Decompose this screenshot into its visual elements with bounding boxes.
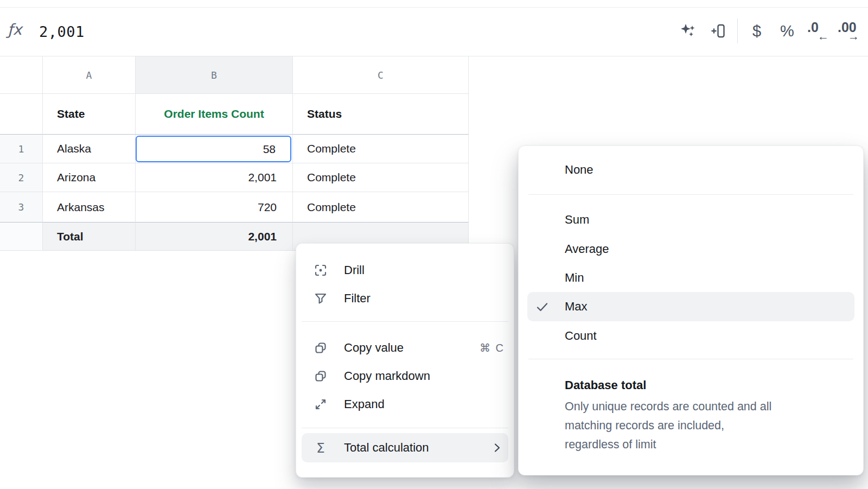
percent-format-button[interactable]: %: [776, 19, 799, 43]
expand-icon: [314, 397, 328, 411]
spreadsheet-app: ƒx 2,001 $ %: [0, 0, 868, 489]
menu-item-filter[interactable]: Filter: [296, 285, 514, 312]
cell-c2[interactable]: Complete: [293, 163, 469, 192]
total-value-cell[interactable]: 2,001: [136, 223, 293, 251]
copy-icon: [314, 341, 328, 355]
total-calculation-submenu: None Sum Average Min Max Count Database …: [518, 145, 864, 475]
column-header-b[interactable]: B: [136, 56, 293, 94]
column-header-c[interactable]: C: [293, 56, 469, 94]
field-header-status[interactable]: Status: [293, 94, 469, 135]
toolbar-divider: [737, 18, 738, 43]
menu-item-copy-value[interactable]: Copy value ⌘ C: [296, 334, 514, 361]
sigma-icon: Σ: [314, 441, 328, 455]
row-number[interactable]: 1: [0, 135, 43, 163]
menu-item-expand[interactable]: Expand: [296, 391, 514, 418]
format-toolbar: $ % .0 ← .00 →: [676, 18, 859, 44]
submenu-item-sum[interactable]: Sum: [519, 206, 863, 233]
filter-icon: [314, 291, 328, 306]
submenu-item-min[interactable]: Min: [519, 264, 863, 291]
cell-c3[interactable]: Complete: [293, 192, 469, 223]
drill-icon: [314, 263, 328, 277]
currency-format-button[interactable]: $: [745, 19, 768, 43]
total-row-corner: [0, 223, 43, 251]
database-total-description: matching records are included,: [565, 416, 831, 435]
selected-cell-b1[interactable]: 58: [136, 136, 291, 162]
cell-b2[interactable]: 2,001: [136, 163, 293, 192]
copy-value-shortcut: ⌘ C: [480, 341, 505, 354]
submenu-item-none[interactable]: None: [519, 156, 863, 183]
ai-sparkles-button[interactable]: [676, 19, 699, 43]
menu-divider: [302, 321, 508, 322]
chevron-right-icon: [491, 442, 503, 454]
menu-item-total-calculation[interactable]: Σ Total calculation: [296, 433, 514, 462]
corner-cell: [0, 56, 43, 94]
menu-item-drill[interactable]: Drill: [296, 257, 514, 284]
submenu-item-max[interactable]: Max: [519, 292, 863, 321]
add-column-icon: [709, 22, 727, 40]
field-header-state[interactable]: State: [43, 94, 136, 135]
formula-input[interactable]: 2,001: [39, 22, 85, 41]
add-column-button[interactable]: [707, 19, 730, 43]
cell-a1[interactable]: Alaska: [43, 135, 136, 163]
sparkles-icon: [678, 21, 698, 41]
column-header-a[interactable]: A: [43, 56, 136, 94]
dollar-icon: $: [752, 22, 761, 40]
cell-a2[interactable]: Arizona: [43, 163, 136, 192]
database-total-description: Only unique records are counted and all: [565, 397, 831, 416]
database-total-title: Database total: [565, 378, 646, 392]
field-header-order-items-count[interactable]: Order Items Count: [136, 94, 293, 135]
menu-divider: [302, 428, 508, 428]
top-divider: [0, 7, 868, 8]
check-icon: [535, 300, 550, 314]
total-label-cell[interactable]: Total: [43, 223, 136, 251]
increase-decimals-icon: .00 →: [837, 19, 859, 43]
submenu-divider: [528, 359, 853, 359]
increase-decimals-button[interactable]: .00 →: [837, 19, 859, 43]
submenu-item-count[interactable]: Count: [519, 322, 863, 350]
decrease-decimals-icon: .0 ←: [806, 19, 829, 43]
database-total-description: regardless of limit: [565, 435, 831, 454]
fx-icon: ƒx: [8, 21, 31, 41]
row-number[interactable]: 2: [0, 163, 43, 192]
copy-icon: [314, 369, 328, 383]
cell-a3[interactable]: Arkansas: [43, 192, 136, 223]
cell-context-menu: Drill Filter Copy value ⌘ C: [296, 243, 514, 478]
cell-c1[interactable]: Complete: [293, 135, 469, 163]
decrease-decimals-button[interactable]: .0 ←: [806, 19, 829, 43]
field-row-corner: [0, 94, 43, 135]
submenu-item-average[interactable]: Average: [519, 236, 863, 263]
menu-item-copy-markdown[interactable]: Copy markdown: [296, 363, 514, 390]
submenu-divider: [528, 194, 853, 195]
row-number[interactable]: 3: [0, 192, 43, 223]
percent-icon: %: [780, 22, 794, 40]
cell-b3[interactable]: 720: [136, 192, 293, 223]
